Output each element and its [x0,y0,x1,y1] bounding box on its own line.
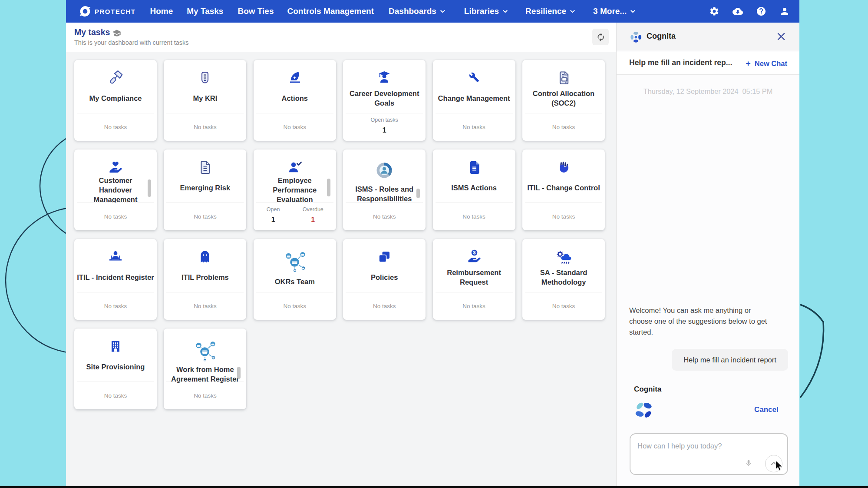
svg-text:$: $ [473,250,475,255]
